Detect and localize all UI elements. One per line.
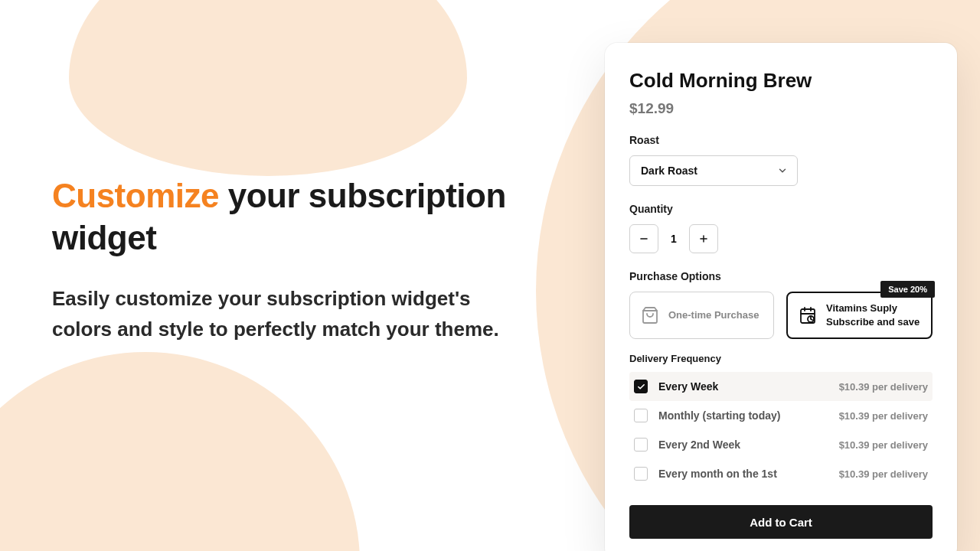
product-price: $12.99 [629, 100, 933, 117]
frequency-name: Every Week [658, 380, 839, 393]
frequency-name: Every month on the 1st [658, 468, 839, 480]
quantity-increase-button[interactable] [689, 224, 718, 253]
chevron-down-icon [777, 165, 788, 176]
headline-accent: Customize [52, 177, 219, 214]
purchase-option-subscribe[interactable]: Save 20% Vitamins SuplySubscribe and sav… [786, 292, 933, 339]
minus-icon [639, 233, 649, 244]
subscribe-label: Vitamins SuplySubscribe and save [826, 302, 920, 328]
frequency-price: $10.39 per delivery [839, 410, 928, 422]
frequency-price: $10.39 per delivery [839, 439, 928, 451]
frequency-name: Every 2nd Week [658, 439, 839, 451]
frequency-option[interactable]: Every month on the 1st$10.39 per deliver… [629, 459, 933, 488]
checkbox[interactable] [634, 438, 648, 452]
check-icon [637, 383, 645, 391]
marketing-headline: Customize your subscription widget [52, 174, 511, 259]
frequency-option[interactable]: Every 2nd Week$10.39 per delivery [629, 430, 933, 459]
frequency-price: $10.39 per delivery [839, 381, 928, 393]
purchase-option-onetime[interactable]: One-time Purchase [629, 292, 774, 339]
roast-value: Dark Roast [641, 165, 697, 177]
quantity-value: 1 [658, 233, 689, 245]
quantity-label: Quantity [629, 203, 933, 215]
plus-icon [698, 233, 709, 244]
quantity-stepper: 1 [629, 224, 933, 253]
save-badge: Save 20% [880, 281, 935, 298]
frequency-price: $10.39 per delivery [839, 468, 928, 480]
frequency-name: Monthly (starting today) [658, 409, 839, 422]
delivery-frequency-list: Every Week$10.39 per deliveryMonthly (st… [629, 372, 933, 488]
bag-icon [641, 306, 659, 324]
checkbox[interactable] [634, 380, 648, 393]
onetime-label: One-time Purchase [668, 308, 760, 322]
add-to-cart-button[interactable]: Add to Cart [629, 505, 933, 539]
quantity-decrease-button[interactable] [629, 224, 658, 253]
calendar-refresh-icon [799, 306, 817, 324]
delivery-frequency-label: Delivery Frequency [629, 353, 933, 364]
frequency-option[interactable]: Every Week$10.39 per delivery [629, 372, 933, 401]
frequency-option[interactable]: Monthly (starting today)$10.39 per deliv… [629, 401, 933, 430]
product-title: Cold Morning Brew [629, 69, 933, 93]
checkbox[interactable] [634, 409, 648, 422]
checkbox[interactable] [634, 467, 648, 481]
roast-select[interactable]: Dark Roast [629, 155, 798, 186]
marketing-subtext: Easily customize your subscription widge… [52, 283, 511, 345]
subscription-widget: Cold Morning Brew $12.99 Roast Dark Roas… [605, 43, 957, 551]
roast-label: Roast [629, 134, 933, 146]
